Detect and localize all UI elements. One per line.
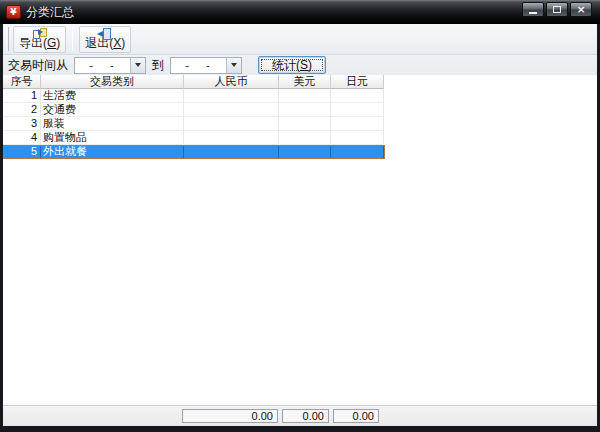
row-usd [279, 145, 331, 159]
table-row[interactable]: 4 购置物品 [3, 131, 385, 145]
exit-button[interactable]: 退出(X) [79, 26, 131, 53]
date-from-label: 交易时间从 [8, 57, 68, 74]
toolbar: 导出(G) 退出(X) [3, 24, 597, 55]
app-icon[interactable]: ¥ [6, 5, 21, 19]
date-from-dropdown-icon[interactable] [130, 58, 145, 73]
row-usd [279, 117, 331, 131]
row-rmb [184, 89, 279, 103]
export-button[interactable]: 导出(G) [13, 26, 66, 53]
column-header-rmb[interactable]: 人民币 [184, 75, 279, 89]
minimize-icon [529, 12, 537, 14]
column-header-jpy[interactable]: 日元 [331, 75, 384, 89]
summary-table: 序号 交易类别 人民币 美元 日元 1 生活费 2 交通费 3 [3, 75, 597, 405]
window-title: 分类汇总 [26, 4, 74, 21]
titlebar: ¥ 分类汇总 × [0, 0, 600, 24]
exit-icon [97, 28, 113, 34]
maximize-button[interactable] [546, 2, 568, 17]
row-rmb [184, 145, 279, 159]
row-usd [279, 131, 331, 145]
row-usd [279, 103, 331, 117]
minimize-button[interactable] [522, 2, 544, 17]
row-no: 3 [3, 117, 41, 131]
date-to-value: - - [171, 58, 226, 73]
client-area: 导出(G) 退出(X) 交易时间从 - - 到 - - [3, 24, 597, 426]
row-jpy [331, 117, 384, 131]
table-row[interactable]: 1 生活费 [3, 89, 385, 103]
close-icon: × [576, 4, 585, 15]
table-header: 序号 交易类别 人民币 美元 日元 [3, 75, 385, 89]
row-no: 1 [3, 89, 41, 103]
toolbar-grip[interactable] [6, 27, 9, 51]
date-to-dropdown-icon[interactable] [226, 58, 241, 73]
export-icon [32, 28, 48, 34]
stats-button[interactable]: 统计(S) [258, 56, 326, 74]
stats-button-label: 统计(S) [272, 58, 312, 72]
row-category: 生活费 [41, 89, 184, 103]
column-header-usd[interactable]: 美元 [279, 75, 331, 89]
close-button[interactable]: × [570, 2, 592, 17]
row-no: 2 [3, 103, 41, 117]
column-header-no[interactable]: 序号 [3, 75, 41, 89]
date-from-value: - - [75, 58, 130, 73]
row-category: 外出就餐 [41, 145, 184, 159]
row-jpy [331, 89, 384, 103]
filter-bar: 交易时间从 - - 到 - - 统计(S) [3, 55, 597, 75]
date-to-combo[interactable]: - - [170, 57, 242, 74]
row-rmb [184, 117, 279, 131]
row-rmb [184, 103, 279, 117]
column-header-category[interactable]: 交易类别 [41, 75, 184, 89]
row-no: 4 [3, 131, 41, 145]
total-rmb: 0.00 [182, 409, 278, 423]
app-icon-glyph: ¥ [10, 8, 16, 17]
app-window: ¥ 分类汇总 × 导出(G) [0, 0, 600, 432]
row-jpy [331, 131, 384, 145]
totals-bar: 0.00 0.00 0.00 [3, 405, 597, 426]
toolbar-separator [72, 27, 73, 51]
row-no: 5 [3, 145, 41, 159]
table-row[interactable]: 3 服装 [3, 117, 385, 131]
row-category: 购置物品 [41, 131, 184, 145]
row-jpy [331, 103, 384, 117]
total-usd: 0.00 [282, 409, 329, 423]
window-controls: × [522, 2, 592, 17]
maximize-icon [553, 6, 561, 13]
table-row[interactable]: 2 交通费 [3, 103, 385, 117]
row-jpy [331, 145, 384, 159]
total-jpy: 0.00 [333, 409, 379, 423]
row-usd [279, 89, 331, 103]
row-category: 服装 [41, 117, 184, 131]
row-rmb [184, 131, 279, 145]
date-from-combo[interactable]: - - [74, 57, 146, 74]
table-row-selected[interactable]: 5 外出就餐 [3, 145, 385, 159]
export-button-label: 导出(G) [19, 35, 60, 52]
date-to-label: 到 [152, 57, 164, 74]
row-category: 交通费 [41, 103, 184, 117]
